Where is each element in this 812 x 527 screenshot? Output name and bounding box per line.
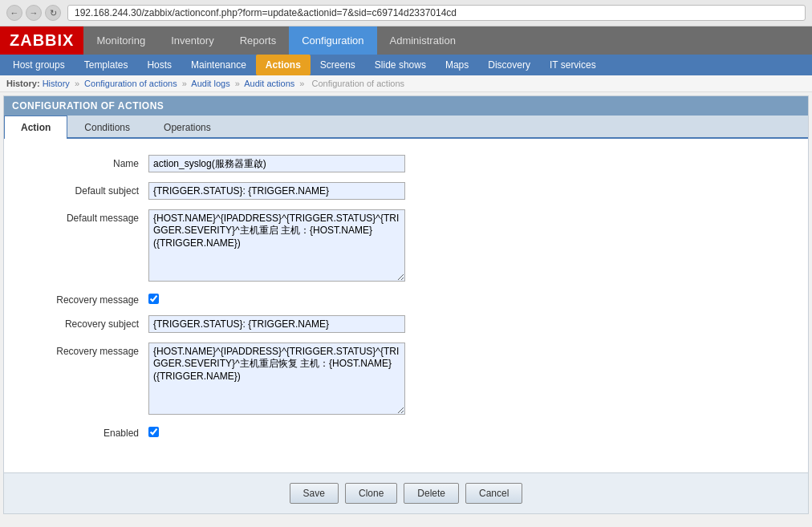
main-content: Configuration of Actions Action Conditio… xyxy=(3,95,809,514)
nav-maps[interactable]: Maps xyxy=(436,55,478,75)
nav-buttons: ← → ↻ xyxy=(6,5,61,21)
top-nav: ZABBIX Monitoring Inventory Reports Conf… xyxy=(0,26,812,55)
cancel-button[interactable]: Cancel xyxy=(465,483,522,504)
label-recovery-message2: Recovery message xyxy=(20,343,148,357)
browser-chrome: ← → ↻ 192.168.244.30/zabbix/actionconf.p… xyxy=(0,0,812,26)
row-recovery-message2: Recovery message {HOST.NAME}^{IPADDRESS}… xyxy=(20,343,792,415)
nav-maintenance[interactable]: Maintenance xyxy=(181,55,256,75)
forward-button[interactable]: → xyxy=(26,5,42,21)
save-button[interactable]: Save xyxy=(290,483,339,504)
nav-discovery[interactable]: Discovery xyxy=(478,55,540,75)
nav-it-services[interactable]: IT services xyxy=(540,55,606,75)
nav-host-groups[interactable]: Host groups xyxy=(3,55,75,75)
label-default-message: Default message xyxy=(20,209,148,224)
breadcrumb-config-actions[interactable]: Configuration of actions xyxy=(84,79,177,88)
nav-slide-shows[interactable]: Slide shows xyxy=(365,55,436,75)
textarea-recovery-message[interactable]: {HOST.NAME}^{IPADDRESS}^{TRIGGER.STATUS}… xyxy=(148,343,405,415)
zabbix-logo: ZABBIX xyxy=(0,26,83,55)
breadcrumb-audit-actions[interactable]: Audit actions xyxy=(244,79,294,88)
label-enabled: Enabled xyxy=(20,424,148,439)
label-default-subject: Default subject xyxy=(20,182,148,197)
top-nav-list: Monitoring Inventory Reports Configurati… xyxy=(83,26,468,55)
input-default-subject[interactable] xyxy=(148,182,405,200)
breadcrumb-audit-logs[interactable]: Audit logs xyxy=(191,79,229,88)
button-bar: Save Clone Delete Cancel xyxy=(4,472,808,513)
tab-bar: Action Conditions Operations xyxy=(4,116,808,139)
tab-operations[interactable]: Operations xyxy=(147,116,228,139)
tab-conditions[interactable]: Conditions xyxy=(67,116,147,139)
breadcrumb-sep1: » xyxy=(75,79,79,88)
checkbox-recovery-message[interactable] xyxy=(148,294,159,304)
nav-reports[interactable]: Reports xyxy=(227,26,290,55)
nav-configuration[interactable]: Configuration xyxy=(289,26,376,55)
breadcrumb-sep3: » xyxy=(235,79,240,88)
row-recovery-message-check: Recovery message xyxy=(20,291,792,306)
nav-actions[interactable]: Actions xyxy=(256,55,311,75)
row-default-subject: Default subject xyxy=(20,182,792,200)
tab-action[interactable]: Action xyxy=(4,116,67,139)
breadcrumb-current: Configuration of actions xyxy=(312,79,405,88)
clone-button[interactable]: Clone xyxy=(345,483,397,504)
breadcrumb-sep2: » xyxy=(182,79,187,88)
breadcrumb: History: History » Configuration of acti… xyxy=(0,75,812,92)
row-enabled: Enabled xyxy=(20,424,792,439)
input-name[interactable] xyxy=(148,155,405,172)
second-nav: Host groups Templates Hosts Maintenance … xyxy=(0,55,812,75)
refresh-button[interactable]: ↻ xyxy=(45,5,61,21)
page-header: Configuration of Actions xyxy=(4,96,808,116)
breadcrumb-sep4: » xyxy=(299,79,304,88)
label-recovery-message: Recovery message xyxy=(20,291,148,306)
breadcrumb-history[interactable]: History xyxy=(43,79,70,88)
input-recovery-subject[interactable] xyxy=(148,315,405,333)
back-button[interactable]: ← xyxy=(6,5,22,21)
checkbox-enabled[interactable] xyxy=(148,427,159,437)
nav-monitoring[interactable]: Monitoring xyxy=(83,26,158,55)
row-default-message: Default message {HOST.NAME}^{IPADDRESS}^… xyxy=(20,209,792,282)
nav-templates[interactable]: Templates xyxy=(75,55,138,75)
row-recovery-subject: Recovery subject xyxy=(20,315,792,333)
nav-hosts[interactable]: Hosts xyxy=(137,55,181,75)
nav-administration[interactable]: Administration xyxy=(377,26,469,55)
nav-inventory[interactable]: Inventory xyxy=(158,26,226,55)
form-body: Name Default subject Default message {HO… xyxy=(4,139,808,464)
nav-screens[interactable]: Screens xyxy=(311,55,365,75)
label-name: Name xyxy=(20,155,148,169)
row-name: Name xyxy=(20,155,792,172)
address-bar[interactable]: 192.168.244.30/zabbix/actionconf.php?for… xyxy=(67,5,806,21)
textarea-default-message[interactable]: {HOST.NAME}^{IPADDRESS}^{TRIGGER.STATUS}… xyxy=(148,209,405,282)
label-recovery-subject: Recovery subject xyxy=(20,315,148,330)
delete-button[interactable]: Delete xyxy=(404,483,459,504)
